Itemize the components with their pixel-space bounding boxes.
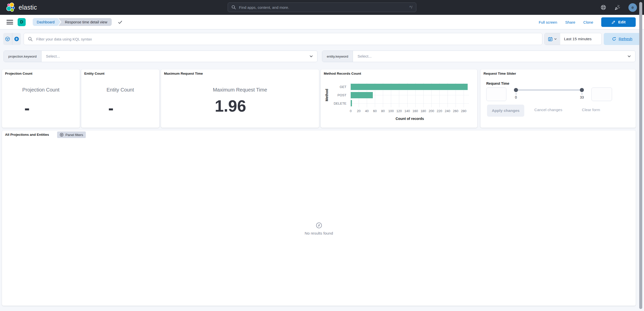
refresh-icon	[612, 37, 616, 41]
y-category-label: POST	[338, 93, 346, 97]
clone-link[interactable]: Clone	[583, 20, 593, 24]
search-shortcut-hint: ^/	[410, 5, 413, 9]
full-screen-link[interactable]: Full screen	[539, 20, 557, 24]
global-search[interactable]: ^/	[228, 3, 416, 12]
time-range-value[interactable]: Last 15 minutes	[560, 33, 601, 45]
panel-maximum-request-time: Maximum Request Time Maximum Request Tim…	[161, 69, 319, 128]
breadcrumb: Dashboard Response time detail view	[33, 18, 112, 26]
saved-check-icon	[118, 20, 123, 25]
y-category-label: GET	[340, 85, 346, 89]
chart-x-axis-title: Count of records	[351, 117, 469, 121]
clear-form-button[interactable]: Clear form	[582, 108, 600, 112]
slider-tickmark	[516, 93, 516, 95]
breadcrumb-dashboard[interactable]: Dashboard	[33, 18, 61, 26]
filter-circle-icon	[60, 133, 64, 137]
app-header: elastic ^/ e	[0, 0, 644, 15]
range-lower-input[interactable]	[486, 87, 506, 101]
range-upper-input[interactable]	[591, 87, 612, 101]
search-icon	[28, 37, 33, 41]
share-link[interactable]: Share	[565, 20, 575, 24]
x-tick-label: 120	[396, 109, 402, 113]
x-tick-label: 20	[357, 109, 360, 113]
cancel-changes-button[interactable]: Cancel changes	[534, 108, 562, 112]
slider-tickmark	[582, 93, 582, 95]
calendar-icon	[548, 37, 553, 41]
bar-delete[interactable]	[351, 100, 352, 106]
kql-search-bar[interactable]	[24, 33, 542, 45]
x-tick-label: 60	[373, 109, 377, 113]
x-tick-label: 100	[388, 109, 394, 113]
apply-changes-button[interactable]: Apply changes	[487, 105, 524, 117]
control-entity-keyword[interactable]: entity.keyword Select...	[322, 51, 635, 62]
compass-icon	[315, 222, 322, 229]
panel-title: All Projections and Entities	[5, 133, 49, 137]
add-filter-button[interactable]	[12, 33, 21, 45]
panel-filters-badge-label: Panel filters	[65, 133, 83, 137]
chevron-down-icon	[627, 54, 631, 58]
x-tick-label: 40	[365, 109, 369, 113]
brand-name: elastic	[19, 4, 37, 11]
metric-label: Entity Count	[81, 87, 159, 93]
range-slider-handle-min[interactable]	[514, 88, 518, 92]
control-label: entity.keyword	[322, 51, 353, 62]
x-tick-label: 240	[445, 109, 450, 113]
control-projection-keyword[interactable]: projection.keyword Select...	[4, 51, 317, 62]
filter-actions-group	[3, 33, 21, 45]
elastic-logo-icon	[6, 2, 16, 12]
metric-label: Maximum Request Time	[161, 87, 319, 93]
edit-button-label: Edit	[618, 20, 625, 24]
control-label: projection.keyword	[4, 51, 42, 62]
panel-entity-count: Entity Count Entity Count -	[81, 69, 159, 128]
x-tick-label: 0	[350, 109, 351, 113]
filter-circle-icon	[5, 36, 10, 41]
avatar-initial: e	[632, 5, 634, 10]
range-max-label: 33	[580, 95, 584, 99]
breadcrumb-current-page[interactable]: Response time detail view	[58, 18, 112, 26]
x-tick-label: 80	[381, 109, 385, 113]
control-placeholder: Select...	[42, 51, 309, 62]
dashboard-toolbar: D Dashboard Response time detail view Fu…	[0, 15, 644, 29]
help-icon[interactable]	[600, 4, 607, 11]
metric-value: -	[72, 100, 150, 116]
hamburger-menu-icon[interactable]	[7, 19, 13, 25]
range-slider-track[interactable]	[514, 89, 584, 91]
request-time-field-label: Request Time	[486, 81, 509, 85]
method-records-chart	[351, 83, 469, 107]
panel-projection-count: Projection Count Projection Count -	[2, 69, 80, 128]
metric-value: 1.96	[151, 98, 309, 114]
panel-title: Maximum Request Time	[164, 72, 203, 75]
bar-get[interactable]	[351, 84, 468, 90]
pencil-icon	[611, 20, 616, 24]
user-avatar[interactable]: e	[628, 3, 637, 12]
chevron-down-icon	[554, 37, 557, 40]
kql-query-input[interactable]	[36, 37, 538, 41]
panel-filters-badge[interactable]: Panel filters	[57, 131, 86, 138]
saved-query-menu-button[interactable]	[3, 33, 12, 45]
global-search-input[interactable]	[238, 5, 407, 10]
dashboard-app-badge[interactable]: D	[18, 18, 26, 26]
dashboard-badge-letter: D	[20, 20, 23, 24]
refresh-button[interactable]: Refresh	[604, 33, 640, 45]
time-picker: Last 15 minutes	[544, 33, 602, 45]
news-icon[interactable]	[614, 4, 621, 11]
time-picker-calendar-button[interactable]	[545, 33, 560, 45]
bar-post[interactable]	[351, 92, 373, 98]
metric-label: Projection Count	[2, 87, 80, 93]
x-tick-label: 140	[405, 109, 410, 113]
control-placeholder: Select...	[353, 51, 627, 62]
range-slider-handle-max[interactable]	[580, 88, 584, 92]
x-tick-label: 260	[453, 109, 458, 113]
panel-title: Method Records Count	[324, 72, 361, 75]
plus-circle-icon	[14, 36, 19, 41]
elastic-logo[interactable]: elastic	[6, 2, 37, 12]
no-results-message: No results found	[2, 231, 636, 236]
metric-value: -	[0, 100, 66, 116]
edit-button[interactable]: Edit	[601, 17, 636, 27]
panel-title: Entity Count	[84, 72, 104, 75]
chart-x-axis-ticks: 020406080100120140160180200220240260280	[351, 109, 469, 113]
vertical-scrollbar[interactable]	[639, 2, 642, 309]
search-icon	[231, 5, 236, 10]
panel-method-records-count: Method Records Count Method GETPOSTDELET…	[321, 69, 477, 128]
panel-all-projections-entities: All Projections and Entities Panel filte…	[2, 130, 636, 306]
panel-title: Request Time Slider	[484, 72, 516, 75]
